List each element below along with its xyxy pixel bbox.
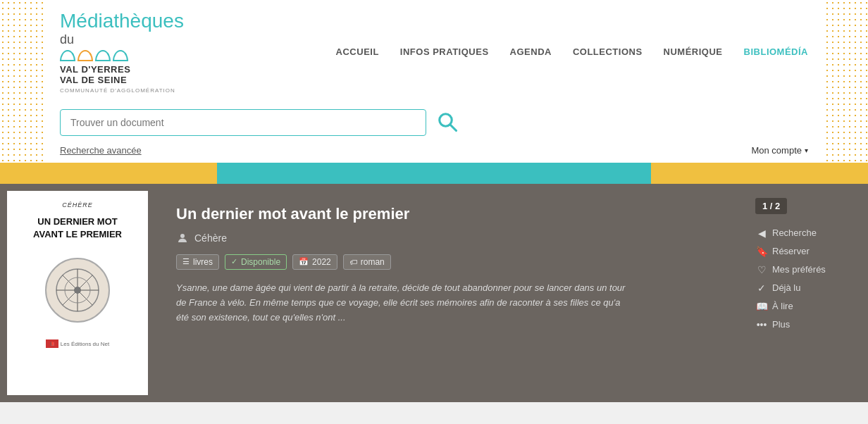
cover-title: Un dernier mot avant le premier xyxy=(33,216,122,241)
action-a-lire[interactable]: 📖 À lire xyxy=(755,297,861,316)
book-illustration xyxy=(35,248,120,332)
publisher-info: 📕 Les Éditions du Net xyxy=(46,339,109,348)
nav-accueil[interactable]: ACCUEIL xyxy=(336,46,379,57)
cover-title-line1: Un dernier mot xyxy=(37,216,117,227)
svg-line-1 xyxy=(450,125,457,131)
nav-agenda[interactable]: AGENDA xyxy=(510,46,552,57)
nav-bibliomedia[interactable]: BIBLIOMÉDÍA xyxy=(744,46,808,57)
strip-teal xyxy=(217,163,651,184)
tag-year-label: 2022 xyxy=(312,257,331,267)
action-recherche-label: Recherche xyxy=(772,227,817,238)
header: Médiathèques du VAL D'YERRES VAL DE SEIN… xyxy=(0,0,868,163)
action-recherche[interactable]: ◀ Recherche xyxy=(755,224,861,242)
bg-dots-left xyxy=(0,0,49,163)
header-inner: Médiathèques du VAL D'YERRES VAL DE SEIN… xyxy=(46,0,822,163)
action-reserver-label: Réserver xyxy=(772,246,810,256)
main-nav: ACCUEIL INFOS PRATIQUES AGENDA COLLECTIO… xyxy=(336,46,808,57)
header-top: Médiathèques du VAL D'YERRES VAL DE SEIN… xyxy=(60,11,808,94)
action-plus-label: Plus xyxy=(772,319,790,330)
recherche-icon: ◀ xyxy=(755,227,768,239)
tag-disponible-label: Disponible xyxy=(241,257,280,267)
pagination-badge: 1 / 2 xyxy=(755,198,787,214)
advanced-search-link[interactable]: Recherche avancée xyxy=(60,145,142,156)
book-cover-panel: Céhère Un dernier mot avant le premier 📕… xyxy=(7,191,148,395)
logo-mediatheques: Médiathèques xyxy=(60,11,201,32)
search-sub: Recherche avancée Mon compte ▾ xyxy=(60,145,808,163)
book-author: Céhère xyxy=(194,232,227,244)
action-preferes-label: Mes préférés xyxy=(772,264,826,275)
logo-communaute: COMMUNAUTÉ D'AGGLOMÉRATION xyxy=(60,87,201,94)
strip-yellow-right xyxy=(651,163,868,184)
action-deja-lu-label: Déjà lu xyxy=(772,282,800,293)
action-a-lire-label: À lire xyxy=(772,301,793,311)
strip-yellow-left xyxy=(0,163,217,184)
book-icon: ☰ xyxy=(182,257,190,266)
cover-title-line2: avant le premier xyxy=(33,229,122,239)
search-input[interactable] xyxy=(60,109,426,136)
tag-livres[interactable]: ☰ livres xyxy=(176,254,219,270)
tag-roman-label: roman xyxy=(361,257,385,267)
logo-val-line2: VAL DE SEINE xyxy=(60,75,201,86)
svg-point-10 xyxy=(180,234,185,238)
tag-livres-label: livres xyxy=(193,257,213,267)
author-icon xyxy=(176,232,189,244)
cover-author: Céhère xyxy=(62,201,93,208)
action-plus[interactable]: ••• Plus xyxy=(755,316,861,334)
deja-lu-icon: ✓ xyxy=(755,282,768,294)
check-icon: ✓ xyxy=(231,257,237,266)
bookmark-icon: 🔖 xyxy=(755,246,768,257)
logo: Médiathèques du VAL D'YERRES VAL DE SEIN… xyxy=(60,11,201,94)
wave-icon-3 xyxy=(95,50,111,61)
publisher-logo: 📕 xyxy=(46,339,58,348)
mon-compte-link[interactable]: Mon compte ▾ xyxy=(751,145,808,156)
wave-icon-1 xyxy=(60,50,75,61)
logo-val-line1: VAL D'YERRES xyxy=(60,64,201,75)
main-content: Céhère Un dernier mot avant le premier 📕… xyxy=(0,184,868,402)
svg-point-8 xyxy=(74,287,81,294)
tag-year[interactable]: 📅 2022 xyxy=(292,254,337,270)
search-icon xyxy=(437,111,458,132)
action-reserver[interactable]: 🔖 Réserver xyxy=(755,242,861,261)
book-title: Un dernier mot avant le premier xyxy=(176,205,734,223)
nav-numerique[interactable]: NUMÉRIQUE xyxy=(664,46,723,57)
action-deja-lu[interactable]: ✓ Déjà lu xyxy=(755,279,861,297)
wave-icon-4 xyxy=(113,50,128,61)
nav-infos[interactable]: INFOS PRATIQUES xyxy=(400,46,489,57)
more-icon: ••• xyxy=(755,319,768,330)
book-tags: ☰ livres ✓ Disponible 📅 2022 🏷 roman xyxy=(176,254,734,270)
book-detail-panel: Un dernier mot avant le premier Céhère ☰… xyxy=(155,184,755,402)
search-button[interactable] xyxy=(433,108,461,138)
action-preferes[interactable]: ♡ Mes préférés xyxy=(755,261,861,279)
color-strip xyxy=(0,163,868,184)
compass-illustration xyxy=(42,255,113,325)
calendar-icon: 📅 xyxy=(299,257,309,266)
chevron-down-icon: ▾ xyxy=(805,146,808,154)
wave-icon-2 xyxy=(78,50,93,61)
heart-icon: ♡ xyxy=(755,264,768,275)
book-author-row: Céhère xyxy=(176,232,734,244)
bg-dots-right xyxy=(819,0,868,163)
a-lire-icon: 📖 xyxy=(755,301,768,312)
tag-icon: 🏷 xyxy=(349,258,357,266)
right-panel: 1 / 2 ◀ Recherche 🔖 Réserver ♡ Mes préfé… xyxy=(755,184,868,402)
mon-compte-label: Mon compte xyxy=(751,145,802,156)
tag-disponible[interactable]: ✓ Disponible xyxy=(225,254,287,270)
nav-collections[interactable]: COLLECTIONS xyxy=(573,46,643,57)
publisher-label: Les Éditions du Net xyxy=(61,341,109,347)
book-description: Ysanne, une dame âgée qui vient de parti… xyxy=(176,281,634,325)
logo-waves xyxy=(60,50,201,61)
tag-roman[interactable]: 🏷 roman xyxy=(343,254,391,270)
logo-du: du xyxy=(60,32,201,47)
search-area xyxy=(60,94,808,145)
